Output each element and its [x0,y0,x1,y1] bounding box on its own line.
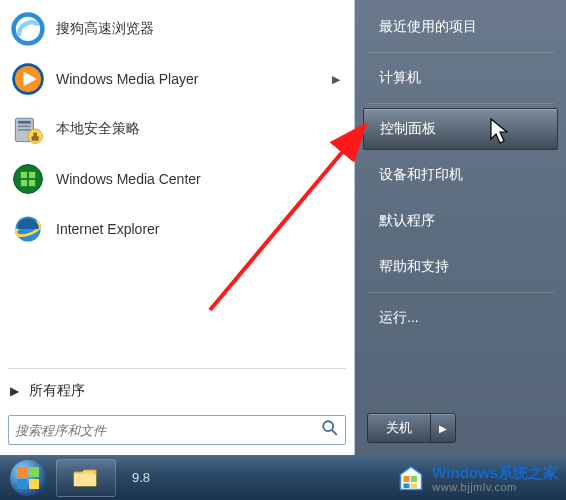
wmc-icon [8,159,48,199]
shutdown-options-arrow-icon[interactable]: ▶ [431,423,455,434]
svg-line-20 [332,430,337,435]
start-orb-icon[interactable] [6,458,50,498]
svg-rect-15 [21,180,27,186]
start-menu-right-panel: 最近使用的项目 计算机 控制面板 设备和打印机 默认程序 帮助和支持 运行...… [355,0,566,455]
all-programs-label: 所有程序 [29,382,85,400]
svg-point-22 [10,460,46,496]
program-label: 本地安全策略 [56,120,346,138]
shutdown-label: 关机 [368,414,431,442]
search-input[interactable] [15,423,321,438]
right-item-default-programs[interactable]: 默认程序 [363,200,558,242]
right-item-control-panel[interactable]: 控制面板 [363,108,558,150]
svg-rect-13 [21,172,27,178]
taskbar-version-text: 9.8 [132,470,150,485]
program-item-ie[interactable]: Internet Explorer [0,204,354,254]
svg-rect-24 [29,467,39,477]
svg-rect-16 [29,180,35,186]
right-item-run[interactable]: 运行... [363,297,558,339]
svg-rect-28 [404,476,410,482]
right-item-label: 设备和打印机 [379,166,463,184]
svg-rect-14 [29,172,35,178]
shutdown-row: 关机 ▶ [355,403,566,455]
start-menu: 搜狗高速浏览器 Windows Media Player ▶ [0,0,566,455]
svg-rect-29 [411,476,417,482]
shutdown-button[interactable]: 关机 ▶ [367,413,456,443]
watermark-url: www.bjjmlv.com [432,481,558,493]
svg-rect-5 [18,121,31,124]
all-programs-button[interactable]: ▶ 所有程序 [0,373,354,409]
submenu-arrow-icon: ▶ [332,73,340,86]
right-item-devices-printers[interactable]: 设备和打印机 [363,154,558,196]
start-menu-left-panel: 搜狗高速浏览器 Windows Media Player ▶ [0,0,355,455]
secpol-icon [8,109,48,149]
program-list: 搜狗高速浏览器 Windows Media Player ▶ [0,0,354,364]
program-label: Windows Media Center [56,171,346,187]
program-item-wmc[interactable]: Windows Media Center [0,154,354,204]
svg-rect-30 [404,484,410,489]
search-box[interactable] [8,415,346,445]
right-item-label: 计算机 [379,69,421,87]
separator [367,292,554,293]
svg-rect-6 [18,125,31,127]
program-label: 搜狗高速浏览器 [56,20,346,38]
taskbar-item-explorer[interactable] [56,459,116,497]
separator [367,52,554,53]
wmp-icon [8,59,48,99]
svg-rect-10 [32,136,39,141]
separator [8,368,346,369]
program-item-wmp[interactable]: Windows Media Player ▶ [0,54,354,104]
right-item-computer[interactable]: 计算机 [363,57,558,99]
triangle-right-icon: ▶ [10,384,19,398]
program-label: Internet Explorer [56,221,346,237]
right-item-label: 帮助和支持 [379,258,449,276]
svg-rect-25 [17,479,27,489]
right-item-label: 默认程序 [379,212,435,230]
svg-rect-23 [17,467,27,477]
watermark-logo-icon [396,464,426,494]
separator [367,103,554,104]
program-item-sogou[interactable]: 搜狗高速浏览器 [0,4,354,54]
svg-rect-7 [18,129,31,131]
svg-rect-31 [411,484,417,489]
ie-icon [8,209,48,249]
right-item-recent[interactable]: 最近使用的项目 [363,6,558,48]
program-item-secpol[interactable]: 本地安全策略 [0,104,354,154]
right-item-label: 运行... [379,309,419,327]
right-item-label: 最近使用的项目 [379,18,477,36]
watermark-title: Windows系统之家 [432,465,558,482]
search-icon [321,419,339,441]
svg-rect-27 [74,474,96,486]
search-row [0,409,354,455]
right-item-help[interactable]: 帮助和支持 [363,246,558,288]
watermark: Windows系统之家 www.bjjmlv.com [396,464,558,494]
sogou-browser-icon [8,9,48,49]
program-label: Windows Media Player [56,71,332,87]
right-item-label: 控制面板 [380,120,436,138]
svg-rect-26 [29,479,39,489]
watermark-text: Windows系统之家 www.bjjmlv.com [432,465,558,494]
